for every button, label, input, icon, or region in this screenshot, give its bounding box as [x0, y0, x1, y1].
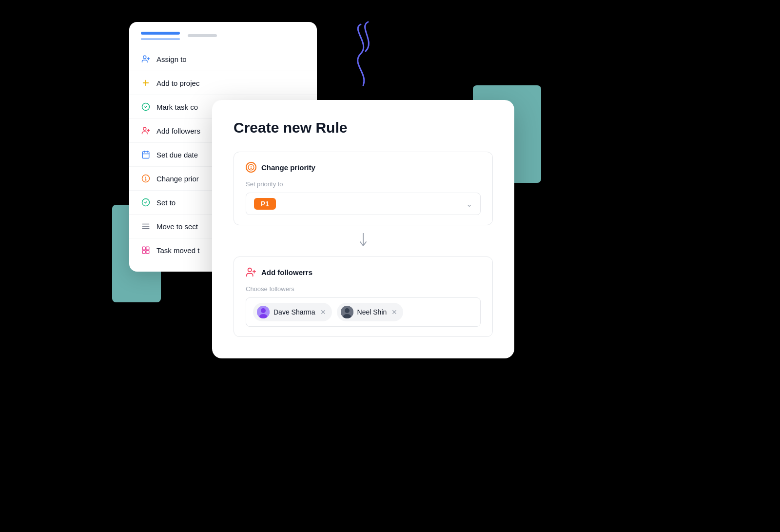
change-priority-card: Change priority Set priority to P1 ⌄	[234, 152, 493, 225]
change-priority-header: Change priority	[246, 162, 481, 173]
followers-card-icon	[246, 267, 256, 277]
followers-input-row[interactable]: Dave Sharma ✕ Neel Shin ✕	[246, 297, 481, 327]
remove-neel-button[interactable]: ✕	[391, 308, 397, 316]
check-circle-teal-icon	[141, 197, 151, 207]
plus-icon	[141, 78, 151, 88]
list-item-move-section-label: Move to sect	[156, 222, 198, 231]
list-item-set-due-date-label: Set due date	[156, 151, 198, 159]
svg-point-28	[248, 268, 252, 272]
svg-rect-22	[142, 251, 145, 254]
set-priority-sublabel: Set priority to	[246, 180, 481, 188]
avatar-neel	[341, 306, 353, 318]
follower-dave-name: Dave Sharma	[273, 308, 315, 316]
list-item-assign-to[interactable]: Assign to	[129, 47, 317, 71]
svg-point-0	[143, 56, 146, 59]
menu-icon	[141, 221, 151, 231]
list-item-assign-to-label: Assign to	[156, 55, 187, 63]
svg-point-6	[143, 127, 146, 130]
svg-point-35	[345, 308, 350, 313]
list-item-add-project-label: Add to projec	[156, 79, 199, 87]
svg-rect-20	[142, 247, 145, 250]
follower-chip-neel[interactable]: Neel Shin ✕	[337, 303, 404, 321]
chevron-down-icon: ⌄	[466, 199, 472, 209]
svg-point-32	[261, 308, 266, 313]
tab-active[interactable]	[141, 32, 180, 35]
priority-dropdown[interactable]: P1 ⌄	[246, 193, 481, 215]
panel-tabs	[129, 22, 317, 39]
list-item-set-to-label: Set to	[156, 198, 176, 207]
change-priority-label: Change priority	[261, 163, 315, 172]
list-item-add-project[interactable]: Add to projec	[129, 71, 317, 95]
bookmark-icon	[141, 245, 151, 255]
person-add-icon	[141, 54, 151, 64]
svg-point-26	[251, 168, 251, 169]
add-followers-label: Add followerrs	[261, 268, 312, 276]
check-circle-icon	[141, 102, 151, 112]
choose-followers-sublabel: Choose followers	[246, 285, 481, 293]
add-followers-header: Add followerrs	[246, 267, 481, 277]
list-item-add-followers-label: Add followers	[156, 127, 200, 135]
squiggle-decoration	[332, 15, 390, 88]
add-followers-card: Add followerrs Choose followers Dave Sha…	[234, 256, 493, 337]
svg-rect-23	[146, 251, 149, 254]
calendar-icon	[141, 150, 151, 159]
tab-inactive[interactable]	[188, 34, 217, 37]
follower-chip-dave[interactable]: Dave Sharma ✕	[253, 303, 332, 321]
person-add-pink-icon	[141, 126, 151, 136]
svg-rect-9	[142, 152, 149, 158]
list-item-task-moved-label: Task moved t	[156, 246, 199, 255]
follower-neel-name: Neel Shin	[357, 308, 387, 316]
priority-icon	[141, 174, 151, 183]
svg-rect-21	[146, 247, 149, 250]
dialog-panel: Create new Rule Change priority Set prio…	[212, 100, 514, 358]
priority-badge: P1	[254, 198, 276, 210]
list-item-mark-complete-label: Mark task co	[156, 103, 198, 111]
svg-point-15	[145, 179, 146, 180]
remove-dave-button[interactable]: ✕	[320, 308, 326, 316]
priority-card-icon	[246, 162, 256, 173]
arrow-connector	[234, 225, 493, 256]
list-item-change-priority-label: Change prior	[156, 175, 199, 183]
dialog-title: Create new Rule	[234, 119, 493, 136]
avatar-dave	[257, 306, 270, 318]
